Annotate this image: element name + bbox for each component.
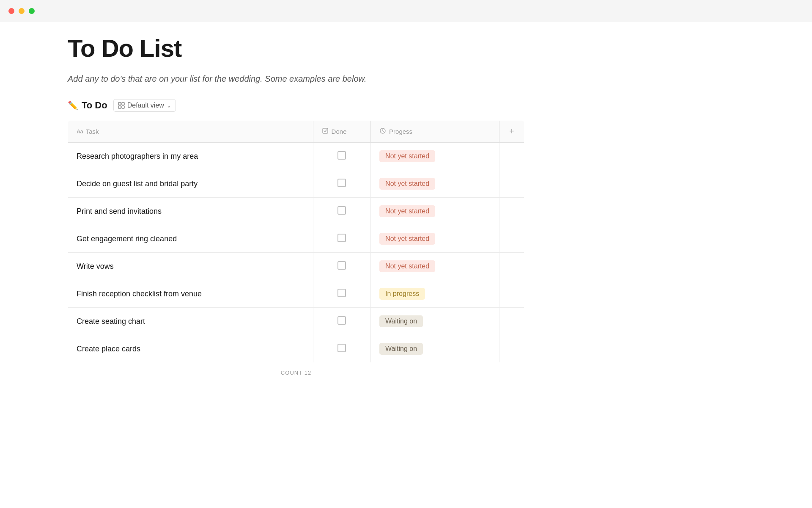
tasks-table: Aa Task Done: [68, 120, 524, 363]
task-name-cell: Get engagement ring cleaned: [68, 225, 313, 253]
task-name: Get engagement ring cleaned: [77, 235, 177, 243]
table-row: Decide on guest list and bridal party No…: [68, 170, 524, 198]
task-done-cell[interactable]: [313, 225, 370, 253]
main-content: To Do List Add any to do's that are on y…: [0, 0, 592, 401]
page-title: To Do List: [68, 34, 524, 62]
task-extra-cell: [499, 308, 524, 335]
task-status-cell[interactable]: In progress: [371, 280, 499, 308]
task-name: Finish reception checklist from venue: [77, 290, 202, 298]
count-label: COUNT: [281, 370, 302, 376]
svg-rect-1: [122, 102, 124, 105]
task-checkbox[interactable]: [337, 261, 346, 270]
chevron-down-icon: ⌄: [167, 102, 171, 109]
task-name-cell: Write vows: [68, 253, 313, 280]
table-row: Research photographers in my area Not ye…: [68, 143, 524, 170]
database-title-text: To Do: [82, 100, 107, 111]
task-checkbox[interactable]: [337, 289, 346, 297]
table-row: Get engagement ring cleaned Not yet star…: [68, 225, 524, 253]
task-checkbox[interactable]: [337, 151, 346, 160]
task-checkbox[interactable]: [337, 234, 346, 242]
database-header: ✏️ To Do Default view ⌄: [68, 99, 524, 112]
status-badge[interactable]: Not yet started: [379, 205, 435, 217]
task-name-cell: Decide on guest list and bridal party: [68, 170, 313, 198]
view-label: Default view: [127, 102, 164, 109]
table-row: Print and send invitations Not yet start…: [68, 198, 524, 225]
task-name: Create seating chart: [77, 317, 145, 326]
table-row: Finish reception checklist from venue In…: [68, 280, 524, 308]
task-done-cell[interactable]: [313, 308, 370, 335]
progress-icon: [379, 127, 386, 135]
task-status-cell[interactable]: Not yet started: [371, 198, 499, 225]
task-status-cell[interactable]: Not yet started: [371, 143, 499, 170]
status-badge[interactable]: Not yet started: [379, 260, 435, 272]
column-header-task: Aa Task: [68, 121, 313, 143]
grid-icon: [118, 102, 125, 109]
task-status-cell[interactable]: Not yet started: [371, 253, 499, 280]
maximize-button[interactable]: [29, 8, 35, 14]
add-column-icon[interactable]: +: [509, 127, 514, 136]
task-checkbox[interactable]: [337, 344, 346, 352]
svg-rect-3: [122, 106, 124, 108]
task-extra-cell: [499, 225, 524, 253]
column-header-done: Done: [313, 121, 370, 143]
task-name: Research photographers in my area: [77, 152, 198, 160]
task-name-cell: Research photographers in my area: [68, 143, 313, 170]
task-name-cell: Print and send invitations: [68, 198, 313, 225]
task-name: Create place cards: [77, 345, 140, 353]
status-badge[interactable]: Not yet started: [379, 150, 435, 162]
column-header-add[interactable]: +: [499, 121, 524, 143]
status-badge[interactable]: In progress: [379, 288, 425, 300]
task-status-cell[interactable]: Waiting on: [371, 335, 499, 363]
task-name: Write vows: [77, 262, 114, 271]
database-title: ✏️ To Do: [68, 100, 107, 111]
task-name-cell: Create place cards: [68, 335, 313, 363]
checkbox-icon: [322, 127, 329, 135]
task-checkbox[interactable]: [337, 316, 346, 325]
task-done-cell[interactable]: [313, 170, 370, 198]
task-extra-cell: [499, 253, 524, 280]
status-badge[interactable]: Waiting on: [379, 343, 423, 355]
task-name: Print and send invitations: [77, 207, 162, 215]
task-extra-cell: [499, 170, 524, 198]
titlebar: [0, 0, 812, 22]
task-done-cell[interactable]: [313, 143, 370, 170]
view-selector-button[interactable]: Default view ⌄: [113, 99, 176, 112]
close-button[interactable]: [8, 8, 14, 14]
text-type-icon: Aa: [77, 128, 83, 135]
task-status-cell[interactable]: Not yet started: [371, 225, 499, 253]
task-done-cell[interactable]: [313, 335, 370, 363]
task-checkbox[interactable]: [337, 179, 346, 187]
table-row: Create place cards Waiting on: [68, 335, 524, 363]
task-done-cell[interactable]: [313, 198, 370, 225]
task-extra-cell: [499, 280, 524, 308]
count-value: 12: [304, 370, 312, 376]
task-checkbox[interactable]: [337, 206, 346, 215]
task-name-cell: Create seating chart: [68, 308, 313, 335]
status-badge[interactable]: Not yet started: [379, 178, 435, 190]
svg-rect-2: [118, 106, 121, 108]
svg-rect-0: [118, 102, 121, 105]
status-badge[interactable]: Not yet started: [379, 233, 435, 245]
task-extra-cell: [499, 143, 524, 170]
column-header-progress: Progess: [371, 121, 499, 143]
task-done-cell[interactable]: [313, 280, 370, 308]
table-row: Create seating chart Waiting on: [68, 308, 524, 335]
task-extra-cell: [499, 198, 524, 225]
minimize-button[interactable]: [19, 8, 25, 14]
task-extra-cell: [499, 335, 524, 363]
task-done-cell[interactable]: [313, 253, 370, 280]
task-name-cell: Finish reception checklist from venue: [68, 280, 313, 308]
task-status-cell[interactable]: Waiting on: [371, 308, 499, 335]
table-header-row: Aa Task Done: [68, 121, 524, 143]
page-subtitle: Add any to do's that are on your list fo…: [68, 74, 524, 84]
table-row: Write vows Not yet started: [68, 253, 524, 280]
status-badge[interactable]: Waiting on: [379, 315, 423, 327]
table-footer: COUNT 12: [68, 370, 524, 376]
svg-rect-4: [323, 128, 328, 133]
pencil-icon: ✏️: [68, 100, 78, 110]
task-status-cell[interactable]: Not yet started: [371, 170, 499, 198]
task-name: Decide on guest list and bridal party: [77, 179, 198, 188]
